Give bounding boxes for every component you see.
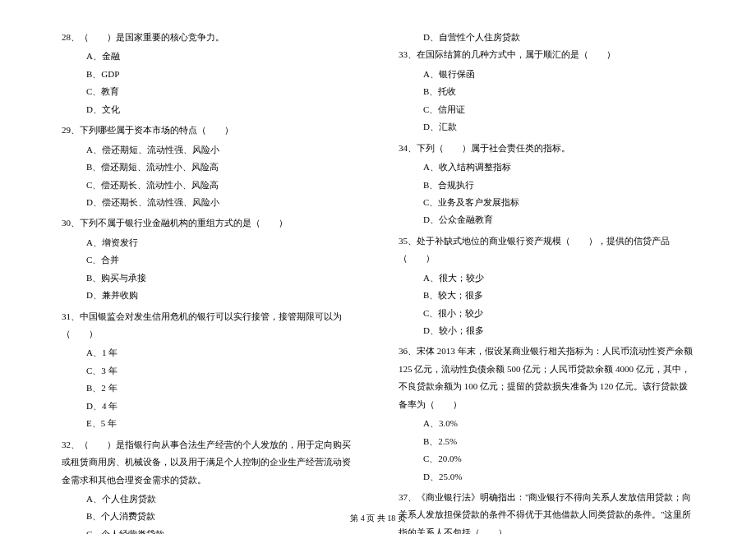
option-a: A、很大；较少	[399, 269, 694, 287]
question-text: 37、《商业银行法》明确指出："商业银行不得向关系人发放信用贷款；向关系人发放担…	[399, 489, 694, 534]
question-text: 30、下列不属于银行业金融机构的重组方式的是（ ）	[62, 214, 357, 232]
option-a: A、金融	[62, 48, 357, 65]
option-a: A、收入结构调整指标	[399, 159, 694, 176]
question-29: 29、下列哪些属于资本市场的特点（ ） A、偿还期短、流动性强、风险小 B、偿还…	[62, 122, 357, 211]
question-text: 29、下列哪些属于资本市场的特点（ ）	[62, 122, 357, 139]
option-c: C、信用证	[399, 101, 694, 118]
option-a: A、个人住房贷款	[62, 490, 357, 508]
option-e: E、5 年	[62, 415, 357, 432]
option-b: B、托收	[399, 83, 694, 100]
option-d: D、4 年	[62, 398, 357, 415]
left-column: 28、（ ）是国家重要的核心竞争力。 A、金融 B、GDP C、教育 D、文化 …	[62, 29, 357, 534]
question-37: 37、《商业银行法》明确指出："商业银行不得向关系人发放信用贷款；向关系人发放担…	[399, 489, 694, 534]
option-a: A、银行保函	[399, 66, 694, 83]
question-text: 32、（ ）是指银行向从事合法生产经营的个人发放的，用于定向购买或租赁商用房、机…	[62, 436, 357, 489]
option-b: B、较大；很多	[399, 287, 694, 304]
question-text: 36、宋体 2013 年末，假设某商业银行相关指标为：人民币流动性资产余额 12…	[399, 343, 694, 413]
option-d: D、汇款	[399, 118, 694, 136]
page-footer: 第 4 页 共 18 页	[0, 513, 756, 524]
option-c: C、偿还期长、流动性小、风险高	[62, 177, 357, 194]
option-d: D、偿还期长、流动性强、风险小	[62, 194, 357, 211]
option-c: C、业务及客户发展指标	[399, 194, 694, 211]
option-c: C、个人经营类贷款	[62, 526, 357, 534]
question-text: 33、在国际结算的几种方式中，属于顺汇的是（ ）	[399, 46, 694, 63]
question-34: 34、下列（ ）属于社会责任类的指标。 A、收入结构调整指标 B、合规执行 C、…	[399, 140, 694, 229]
option-d: D、公众金融教育	[399, 211, 694, 228]
option-c: C、教育	[62, 83, 357, 100]
option-b: B、购买与承接	[62, 269, 357, 287]
option-c: C、很小；较少	[399, 305, 694, 322]
question-31: 31、中国银监会对发生信用危机的银行可以实行接管，接管期限可以为（ ） A、1 …	[62, 308, 357, 433]
option-d: D、自营性个人住房贷款	[399, 29, 694, 46]
question-30: 30、下列不属于银行业金融机构的重组方式的是（ ） A、增资发行 C、合并 B、…	[62, 214, 357, 304]
option-a: A、偿还期短、流动性强、风险小	[62, 141, 357, 159]
question-36: 36、宋体 2013 年末，假设某商业银行相关指标为：人民币流动性资产余额 12…	[399, 343, 694, 486]
option-b: B、合规执行	[399, 177, 694, 194]
option-d: D、25.0%	[399, 468, 694, 486]
option-c: C、合并	[62, 251, 357, 269]
option-d: D、较小；很多	[399, 322, 694, 339]
option-d: D、兼并收购	[62, 287, 357, 304]
content-columns: 28、（ ）是国家重要的核心竞争力。 A、金融 B、GDP C、教育 D、文化 …	[62, 29, 694, 534]
question-text: 31、中国银监会对发生信用危机的银行可以实行接管，接管期限可以为（ ）	[62, 308, 357, 343]
question-text: 35、处于补缺式地位的商业银行资产规模（ ），提供的信贷产品（ ）	[399, 232, 694, 268]
option-a: A、增资发行	[62, 234, 357, 251]
question-text: 34、下列（ ）属于社会责任类的指标。	[399, 140, 694, 157]
question-text: 28、（ ）是国家重要的核心竞争力。	[62, 29, 357, 46]
option-a: A、3.0%	[399, 415, 694, 432]
option-a: A、1 年	[62, 344, 357, 361]
option-c: C、3 年	[62, 362, 357, 380]
option-c: C、20.0%	[399, 450, 694, 467]
option-b: B、偿还期短、流动性小、风险高	[62, 159, 357, 176]
option-b: B、2 年	[62, 380, 357, 397]
option-b: B、2.5%	[399, 433, 694, 450]
right-column: D、自营性个人住房贷款 33、在国际结算的几种方式中，属于顺汇的是（ ） A、银…	[399, 29, 694, 534]
question-33: 33、在国际结算的几种方式中，属于顺汇的是（ ） A、银行保函 B、托收 C、信…	[399, 46, 694, 136]
question-28: 28、（ ）是国家重要的核心竞争力。 A、金融 B、GDP C、教育 D、文化	[62, 29, 357, 118]
option-b: B、GDP	[62, 66, 357, 83]
question-35: 35、处于补缺式地位的商业银行资产规模（ ），提供的信贷产品（ ） A、很大；较…	[399, 232, 694, 340]
option-d: D、文化	[62, 101, 357, 118]
